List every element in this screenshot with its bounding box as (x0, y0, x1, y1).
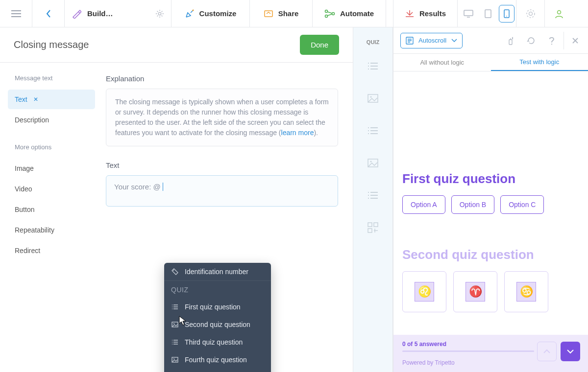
dropdown-item-identification[interactable]: Identification number (164, 263, 271, 280)
main: Closing message Done Message text Text ✕… (0, 27, 588, 372)
dropdown-item-label: Fourth quiz question (185, 356, 247, 364)
explanation-close: ). (314, 129, 318, 137)
sidebar-item-image[interactable]: Image (8, 159, 95, 178)
automate-tab[interactable]: Automate (313, 0, 386, 27)
refresh-button[interactable] (522, 32, 540, 49)
back-button[interactable] (32, 0, 65, 27)
chevron-left-icon (46, 9, 51, 18)
automate-icon (324, 9, 335, 18)
zodiac-aries-icon: ♈ (466, 282, 485, 302)
results-label: Results (419, 9, 446, 18)
text-value: Your score: @ (114, 183, 161, 191)
tab-test-with-logic[interactable]: Test with logic (491, 54, 588, 71)
strip-block[interactable] (359, 212, 387, 243)
sidebar-item-label: Redirect (15, 247, 40, 255)
image-option[interactable]: ♋ (504, 271, 548, 312)
sidebar-item-redirect[interactable]: Redirect (8, 241, 95, 260)
device-desktop[interactable] (459, 0, 478, 27)
dropdown-item[interactable]: Fifth quiz question (164, 369, 271, 372)
chevron-down-icon (566, 349, 574, 354)
sidebar-item-description[interactable]: Description (8, 110, 95, 130)
sidebar-item-label: Text (15, 95, 27, 103)
list-icon (368, 127, 378, 135)
svg-point-3 (325, 10, 327, 12)
form-icon (406, 37, 414, 45)
preview-panel: Autoscroll All without logic Test with l… (393, 27, 588, 372)
sidebar-item-label: Button (15, 206, 34, 213)
lifebuoy-icon (526, 9, 536, 19)
prev-button[interactable] (537, 342, 557, 361)
spray-button[interactable] (502, 32, 519, 49)
tab-all-without-logic[interactable]: All without logic (393, 54, 491, 71)
svg-rect-30 (509, 40, 512, 45)
automate-label: Automate (340, 9, 374, 18)
autoscroll-dropdown[interactable]: Autoscroll (400, 33, 463, 48)
sidebar-item-video[interactable]: Video (8, 179, 95, 199)
strip-label: QUIZ (367, 39, 379, 45)
strip-block[interactable] (359, 116, 387, 146)
results-icon (405, 9, 415, 18)
desktop-icon (464, 10, 473, 18)
list-icon (171, 338, 179, 346)
share-tab[interactable]: Share (250, 0, 313, 27)
image-option[interactable]: ♌ (402, 271, 446, 312)
progress-bar (402, 350, 534, 352)
svg-point-1 (192, 9, 194, 11)
svg-point-4 (325, 15, 327, 17)
results-tab[interactable]: Results (393, 0, 458, 27)
top-nav: Build… Customize Share Automate Results (0, 0, 588, 27)
gear-icon (155, 9, 164, 18)
dropdown-item[interactable]: Third quiz question (164, 333, 271, 351)
device-phone[interactable] (499, 5, 514, 23)
sidebar-item-label: Video (15, 185, 32, 193)
help-button[interactable] (543, 32, 561, 49)
tutorial-button[interactable] (516, 0, 545, 27)
sidebar-item-text[interactable]: Text ✕ (8, 90, 95, 109)
close-icon[interactable]: ✕ (33, 96, 38, 103)
next-button[interactable] (561, 342, 580, 361)
learn-more-link[interactable]: learn more (281, 129, 314, 137)
calculator-icon (368, 222, 378, 233)
options-row: Option A Option B Option C (402, 195, 579, 214)
sidebar-item-button[interactable]: Button (8, 200, 95, 219)
sidebar-item-repeatability[interactable]: Repeatability (8, 220, 95, 240)
strip-block[interactable] (359, 83, 387, 114)
option-c[interactable]: Option C (500, 195, 544, 214)
strip-block[interactable] (359, 51, 387, 81)
preview-toolbar: Autoscroll (393, 27, 588, 54)
strip-block-collapsed[interactable] (359, 245, 387, 259)
variable-dropdown: Identification number QUIZ First quiz qu… (164, 263, 271, 372)
tag-icon (171, 268, 179, 276)
strip-block[interactable] (359, 148, 387, 178)
text-input[interactable]: Your score: @ Identification number QUIZ… (106, 175, 338, 207)
option-a[interactable]: Option A (402, 195, 445, 214)
sidebar-group-more-options: More options (15, 143, 95, 151)
device-tablet[interactable] (478, 0, 498, 27)
spray-icon (507, 36, 514, 45)
svg-point-11 (529, 12, 532, 15)
option-b[interactable]: Option B (451, 195, 494, 214)
menu-button[interactable] (0, 0, 32, 27)
customize-tab[interactable]: Customize (172, 0, 250, 27)
dropdown-item-label: Second quiz question (185, 321, 250, 328)
svg-rect-6 (464, 10, 473, 16)
settings-button[interactable] (155, 9, 164, 18)
panel-header: Closing message Done (0, 27, 353, 63)
strip-block[interactable] (359, 180, 387, 210)
svg-point-23 (370, 96, 372, 98)
done-button[interactable]: Done (300, 35, 339, 55)
hamburger-icon (11, 10, 21, 17)
image-icon (368, 94, 378, 103)
image-option[interactable]: ♈ (453, 271, 497, 312)
build-tab[interactable]: Build… (65, 0, 172, 27)
editor-panel: Closing message Done Message text Text ✕… (0, 27, 353, 372)
dropdown-item[interactable]: Second quiz question (164, 316, 271, 333)
preview-footer: 0 of 5 answered Powered by Tripetto (393, 335, 588, 372)
dropdown-item[interactable]: Fourth quiz question (164, 351, 271, 369)
svg-rect-27 (374, 223, 378, 227)
dropdown-item[interactable]: First quiz question (164, 298, 271, 316)
user-button[interactable] (545, 0, 573, 27)
close-preview-button[interactable] (564, 32, 581, 49)
image-options-row: ♌ ♈ ♋ (402, 271, 579, 312)
explanation-label: Explanation (106, 74, 338, 83)
